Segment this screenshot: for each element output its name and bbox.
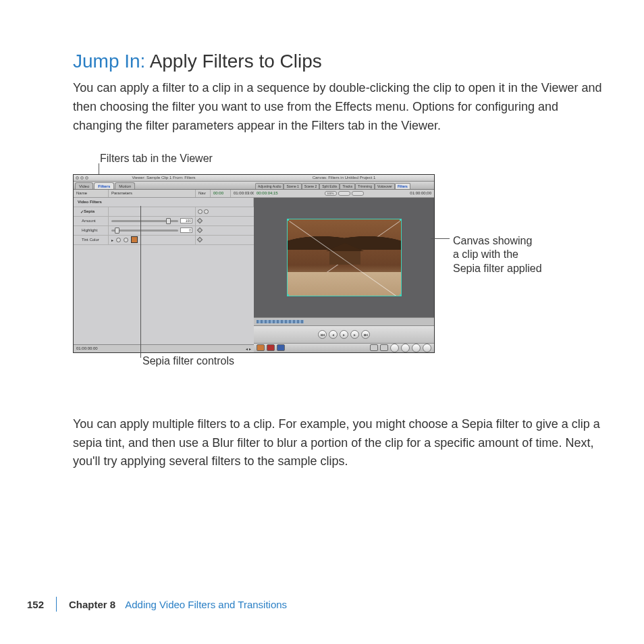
amount-slider[interactable]	[111, 220, 178, 222]
app-screenshot: Viewer: Sample Clip 1 From: Filters Vide…	[73, 174, 435, 353]
keyframe-icon[interactable]	[197, 227, 203, 233]
figure: Filters tab in the Viewer Viewer: Sample…	[73, 152, 603, 395]
canvas-tab-filters[interactable]: Filters	[395, 183, 410, 189]
canvas-tab[interactable]: Split Edits	[319, 183, 340, 189]
body-paragraph: You can apply multiple filters to a clip…	[73, 415, 603, 472]
viewer-bottom-tc[interactable]: 01:00:00:00	[76, 346, 98, 350]
highlight-slider[interactable]	[111, 230, 178, 232]
callout-canvas: Canvas showing a clip with the Sepia fil…	[453, 234, 542, 276]
crop-handle[interactable]	[400, 219, 402, 221]
tab-motion[interactable]: Motion	[115, 182, 135, 189]
tab-video[interactable]: Video	[75, 182, 93, 189]
reset-icon[interactable]	[198, 209, 203, 214]
intro-paragraph: You can apply a filter to a clip in a se…	[73, 79, 603, 136]
viewer-title: Viewer: Sample Clip 1 From: Filters	[132, 176, 195, 180]
canvas-tc-left[interactable]: 00:00:04;15	[257, 191, 278, 195]
viewer-tabs: Video Filters Motion	[74, 182, 254, 190]
goto-end-button[interactable]: ⏭	[361, 330, 370, 339]
canvas-tab[interactable]: Scene 2	[302, 183, 319, 189]
view-mode-button[interactable]	[338, 191, 350, 196]
chapter-label: Chapter 8	[69, 599, 115, 610]
video-frame-sepia[interactable]	[287, 219, 402, 296]
footer-divider	[56, 597, 57, 612]
amount-value[interactable]: 100	[180, 218, 192, 223]
page-footer: 152 Chapter 8 Adding Video Filters and T…	[27, 597, 287, 612]
canvas-title: Canvas: Filters in Untitled Project 1	[313, 176, 376, 180]
play-button[interactable]: ▸	[340, 330, 348, 339]
canvas-tab[interactable]: Tracks	[340, 183, 355, 189]
row-tint: Tint Color ▸	[74, 236, 254, 245]
keyframe-icon[interactable]	[197, 218, 203, 223]
tint-color-swatch[interactable]	[131, 236, 138, 243]
col-params: Parameters	[109, 190, 196, 197]
highlight-value[interactable]: 0	[180, 227, 192, 233]
menu-icon[interactable]	[204, 209, 209, 214]
zoom-level[interactable]: 100%	[325, 191, 337, 196]
viewer-footer: 01:00:00:00 ◂ ▸	[74, 344, 254, 352]
jump-in-label: Jump In:	[73, 51, 145, 72]
row-amount: Amount 100	[74, 217, 254, 226]
add-marker-button[interactable]	[412, 344, 421, 352]
row-video-filters[interactable]: Video Filters	[74, 198, 254, 207]
timeline-ruler[interactable]	[254, 317, 434, 325]
viewer-window: Viewer: Sample Clip 1 From: Filters Vide…	[74, 175, 254, 352]
canvas-tab[interactable]: Voiceover	[375, 183, 395, 189]
hue-icon[interactable]	[124, 238, 128, 242]
step-fwd-button[interactable]: ▸	[350, 330, 359, 339]
transport-controls: ⏮ ◂ ▸ ▸ ⏭	[254, 325, 434, 343]
tc-out[interactable]: 01:00:03:00	[231, 190, 254, 197]
mark-out-button[interactable]	[380, 344, 388, 351]
match-frame-button[interactable]	[390, 344, 399, 352]
step-back-button[interactable]: ◂	[329, 330, 338, 339]
replace-button[interactable]	[277, 344, 285, 351]
canvas-viewport[interactable]	[254, 198, 434, 317]
zoom-controls[interactable]: 100%	[325, 191, 364, 196]
col-nav: Nav	[196, 190, 211, 197]
callout-sepia-controls: Sepia filter controls	[142, 354, 234, 369]
mark-in-button[interactable]	[370, 344, 378, 351]
canvas-window: Canvas: Filters in Untitled Project 1 Ad…	[254, 175, 434, 352]
tc-in[interactable]: 00:00	[211, 190, 231, 197]
scroll-controls[interactable]: ◂ ▸	[246, 346, 251, 351]
page-number: 152	[27, 599, 44, 610]
goto-start-button[interactable]: ⏮	[318, 330, 327, 339]
canvas-tc-right[interactable]: 01:00:00;00	[410, 191, 431, 195]
crop-handle[interactable]	[287, 219, 289, 221]
callout-filters-tab: Filters tab in the Viewer	[100, 152, 213, 166]
row-sepia[interactable]: ✓ Sepia	[74, 207, 254, 217]
section-heading: Jump In: Apply Filters to Clips	[73, 51, 603, 72]
canvas-header: 00:00:04;15 100% 01:00:00;00	[254, 190, 434, 198]
canvas-tab[interactable]: Scene 1	[284, 183, 301, 189]
insert-button[interactable]	[257, 344, 265, 351]
overlay-button[interactable]	[352, 191, 364, 196]
heading-title: Apply Filters to Clips	[145, 51, 321, 72]
crop-handle[interactable]	[400, 294, 402, 296]
callout-line	[431, 238, 450, 239]
mark-selection-button[interactable]	[423, 344, 431, 352]
chapter-title: Adding Video Filters and Transitions	[125, 599, 287, 610]
window-controls[interactable]	[76, 176, 88, 180]
keyframe-icon[interactable]	[197, 237, 203, 242]
mark-clip-button[interactable]	[401, 344, 410, 352]
canvas-tabs: Adjusting Audio Scene 1 Scene 2 Split Ed…	[254, 182, 434, 190]
callout-line	[140, 206, 141, 358]
filter-columns: Name Parameters Nav 00:00 01:00:03:00	[74, 190, 254, 198]
col-name: Name	[74, 190, 109, 197]
tab-filters[interactable]: Filters	[94, 182, 114, 189]
canvas-tab[interactable]: Trimming	[355, 183, 375, 189]
canvas-footer	[254, 343, 434, 352]
filter-list: Video Filters ✓ Sepia Amount 100 Highlig…	[74, 198, 254, 344]
overwrite-button[interactable]	[267, 344, 275, 351]
eyedropper-icon[interactable]	[116, 238, 121, 242]
canvas-tab[interactable]: Adjusting Audio	[255, 183, 284, 189]
canvas-titlebar: Canvas: Filters in Untitled Project 1	[254, 175, 434, 182]
row-highlight: Highlight 0	[74, 226, 254, 236]
crop-handle[interactable]	[287, 294, 289, 296]
viewer-titlebar: Viewer: Sample Clip 1 From: Filters	[74, 175, 254, 182]
